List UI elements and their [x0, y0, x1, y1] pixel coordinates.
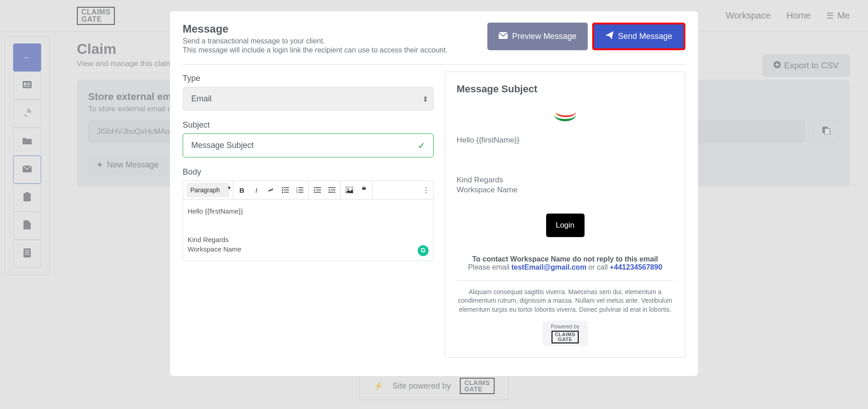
svg-rect-29	[316, 190, 321, 190]
modal-subtitle-2: This message will include a login link t…	[183, 46, 448, 54]
select-arrows-icon: ▴▾	[424, 95, 427, 102]
svg-rect-31	[328, 187, 335, 188]
type-label: Type	[183, 74, 434, 83]
outdent-button[interactable]	[312, 185, 322, 195]
modal-subtitle-1: Send a transactional message to your cli…	[183, 37, 448, 45]
preview-subject: Message Subject	[457, 83, 674, 95]
type-select[interactable]: Email	[183, 87, 434, 110]
message-modal: Message Send a transactional message to …	[170, 11, 698, 376]
preview-message-button[interactable]: Preview Message	[487, 23, 588, 50]
paragraph-select[interactable]: Paragraph	[187, 183, 229, 197]
svg-rect-27	[298, 192, 303, 193]
svg-rect-21	[284, 192, 289, 193]
send-message-button[interactable]: Send Message	[592, 23, 685, 50]
grammarly-icon[interactable]: G	[418, 245, 429, 256]
check-icon: ✓	[418, 140, 425, 151]
link-button[interactable]	[266, 185, 276, 195]
preview-message-label: Preview Message	[512, 32, 576, 41]
image-button[interactable]	[344, 185, 354, 195]
more-button[interactable]: ⋮	[423, 185, 433, 195]
subject-label: Subject	[183, 120, 434, 130]
modal-header: Message Send a transactional message to …	[183, 23, 685, 65]
preview-or-call: or call	[586, 263, 610, 271]
bullet-list-button[interactable]	[280, 185, 290, 195]
subject-input[interactable]	[183, 133, 434, 157]
envelope-icon	[499, 32, 508, 41]
modal-title: Message	[183, 23, 448, 35]
quote-button[interactable]: ❝	[359, 185, 369, 195]
editor-toolbar: Paragraph B I 123	[183, 181, 433, 200]
preview-contact: To contact Workspace Name do not reply t…	[457, 255, 674, 281]
body-line-3: Workspace Name	[188, 244, 429, 254]
modal-body: Type Email ▴▾ Subject ✓ Body Paragraph	[183, 71, 685, 358]
bold-button[interactable]: B	[237, 185, 247, 195]
preview-logo-box: CLAIMS GATE	[552, 331, 578, 343]
preview-greeting: Hello {{firstName}}	[457, 135, 674, 145]
preview-legal: Aliquam consequat sagittis viverra. Maec…	[457, 281, 674, 321]
message-preview: Message Subject Hello {{firstName}} Kind…	[445, 71, 685, 358]
preview-contact-bold: To contact Workspace Name do not reply t…	[472, 255, 658, 263]
numbered-list-button[interactable]: 123	[295, 185, 305, 195]
preview-phone-link[interactable]: +441234567890	[610, 263, 662, 271]
send-message-label: Send Message	[618, 32, 672, 41]
body-label: Body	[183, 167, 434, 177]
svg-point-35	[348, 189, 349, 190]
body-line-1: Hello {{firstName}}	[188, 206, 429, 216]
svg-rect-25	[298, 190, 303, 190]
preview-sign-1: Kind Regards	[457, 175, 674, 185]
svg-point-18	[282, 190, 283, 191]
svg-rect-28	[314, 187, 321, 188]
indent-button[interactable]	[327, 185, 337, 195]
preview-email-link[interactable]: testEmail@gmail.com	[511, 263, 586, 271]
preview-powered-badge: Powered by CLAIMS GATE	[542, 321, 588, 346]
paper-plane-icon	[605, 31, 613, 42]
modal-actions: Preview Message Send Message	[487, 23, 685, 50]
svg-point-20	[282, 192, 283, 193]
modal-form: Type Email ▴▾ Subject ✓ Body Paragraph	[183, 71, 434, 358]
svg-rect-33	[328, 192, 335, 193]
swoosh-icon	[554, 106, 576, 120]
svg-text:3: 3	[296, 191, 297, 193]
editor-content[interactable]: Hello {{firstName}} Kind Regards Workspa…	[183, 200, 433, 261]
svg-rect-23	[298, 187, 303, 188]
body-editor: Paragraph B I 123	[183, 181, 434, 261]
preview-powered-by: Powered by	[546, 323, 584, 330]
preview-logo	[457, 106, 674, 122]
svg-rect-30	[314, 192, 321, 193]
svg-point-16	[282, 187, 283, 189]
body-line-2: Kind Regards	[188, 235, 429, 244]
svg-rect-17	[284, 187, 289, 188]
preview-please-email: Please email	[468, 263, 511, 271]
preview-sign-2: Workspace Name	[457, 185, 674, 195]
preview-login-button[interactable]: Login	[546, 214, 585, 237]
italic-button[interactable]: I	[251, 185, 261, 195]
preview-body: Hello {{firstName}} Kind Regards Workspa…	[457, 135, 674, 195]
svg-rect-19	[284, 190, 289, 190]
svg-rect-32	[331, 190, 335, 190]
